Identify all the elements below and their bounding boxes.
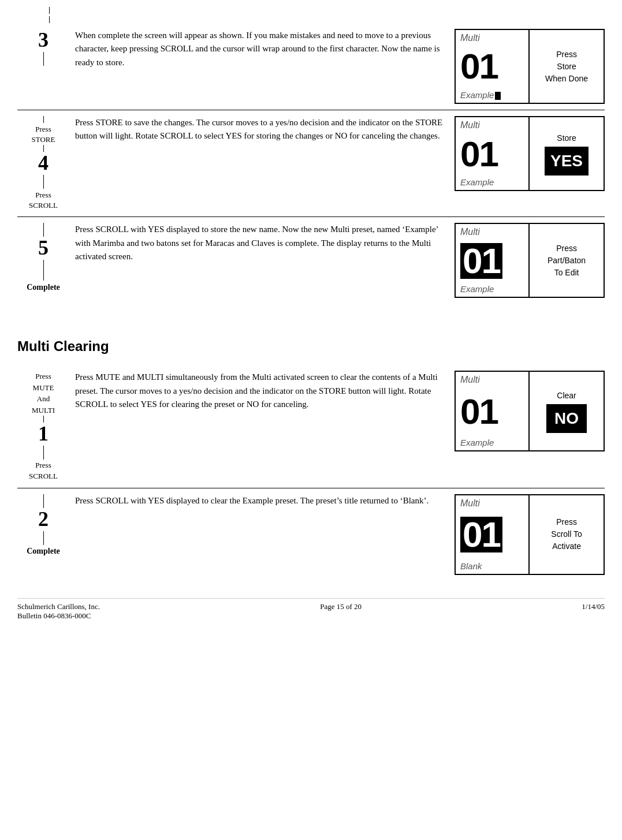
step5-col: 5 Complete [17, 223, 69, 293]
clearing-step1-display-title: Multi [460, 375, 480, 385]
footer-company: Schulmerich Carillons, Inc. [17, 602, 100, 611]
clearing-step1-display-right: Clear NO [530, 372, 604, 450]
step3-vert1 [43, 52, 44, 59]
step5-display-name: Example [460, 284, 494, 294]
step5-display-num: 01 [460, 243, 502, 279]
clearing-step2-complete-label: Complete [27, 545, 60, 557]
clearing-step1-display-left: Multi 01 Example [456, 372, 530, 450]
step3-right-line3: When Done [545, 73, 588, 85]
clearing-step1-display-name: Example [460, 438, 494, 447]
step4-col: PressSTORE 4 PressSCROLL [17, 116, 69, 211]
step4-press-store-label: PressSTORE [32, 124, 55, 145]
step3-display: Multi 01 Example Press Store When Done [455, 29, 605, 104]
footer-page: Page 15 of 20 [320, 602, 362, 611]
clearing-step2-text: Press SCROLL with YES displayed to clear… [69, 494, 455, 507]
clearing-step2-display-title: Multi [460, 498, 480, 509]
step3-display-title: Multi [460, 33, 480, 43]
step3-display-left: Multi 01 Example [456, 30, 530, 103]
step4-vert3 [43, 175, 44, 182]
step3-number: 3 [38, 29, 49, 52]
step4-vert-top [43, 116, 44, 123]
clearing-step2-display: Multi 01 Blank PressScroll ToActivate [455, 494, 605, 575]
clearing-step1-vert3 [43, 453, 44, 460]
footer-date: 1/14/05 [582, 602, 605, 611]
clearing-step1-row: PressMUTEAndMULTI 1 PressSCROLL Press MU… [17, 365, 605, 488]
step3-vert2 [43, 59, 44, 66]
clearing-step1-right-line1: Clear [557, 390, 576, 402]
step5-vert2 [43, 267, 44, 274]
step3-right-line2: Store [557, 61, 576, 73]
footer-left: Schulmerich Carillons, Inc. Bulletin 046… [17, 602, 100, 621]
clearing-step2-display-name: Blank [460, 561, 482, 571]
clearing-step1-label-below: PressSCROLL [29, 460, 58, 482]
step4-display-left: Multi 01 Example [456, 117, 530, 190]
clearing-step1-col: PressMUTEAndMULTI 1 PressSCROLL [17, 371, 69, 482]
clearing-step1-display-num: 01 [460, 394, 498, 430]
step4-display-title: Multi [460, 120, 480, 130]
footer-bulletin: Bulletin 046-0836-000C [17, 611, 100, 621]
step4-display-name: Example [460, 177, 494, 187]
step4-number: 4 [38, 152, 49, 175]
vert-line-1 [49, 7, 50, 14]
step4-display-num: 01 [460, 136, 498, 172]
clearing-step1-display: Multi 01 Example Clear NO [455, 371, 605, 451]
clearing-step2-vert1 [43, 531, 44, 538]
clearing-step1-label-above: PressMUTEAndMULTI [32, 371, 55, 416]
clearing-step2-vert2 [43, 538, 44, 545]
step4-row: PressSTORE 4 PressSCROLL Press STORE to … [17, 110, 605, 217]
clearing-step1-text: Press MUTE and MULTI simultaneously from… [69, 371, 455, 411]
step5-row: 5 Complete Press SCROLL with YES display… [17, 217, 605, 304]
step4-right-line1: Store [557, 132, 576, 144]
clearing-step2-row: 2 Complete Press SCROLL with YES display… [17, 488, 605, 581]
footer-center: Page 15 of 20 [320, 602, 362, 621]
step3-display-num: 01 [460, 48, 498, 84]
step4-yes-box: YES [545, 147, 589, 176]
clearing-step2-col: 2 Complete [17, 494, 69, 557]
step3-row: 3 When complete the screen will appear a… [17, 23, 605, 110]
step4-vert4 [43, 182, 44, 189]
step5-vert3 [43, 274, 44, 281]
step3-display-name: Example [460, 90, 501, 100]
step4-press-scroll-label: PressSCROLL [29, 190, 58, 211]
vert-line-2 [49, 16, 50, 23]
step5-complete-label: Complete [27, 282, 60, 293]
step4-text: Press STORE to save the changes. The cur… [69, 116, 455, 143]
step4-display: Multi 01 Example Store YES [455, 116, 605, 191]
step3-text: When complete the screen will appear as … [69, 29, 455, 69]
step3-right-line1: Press [556, 48, 577, 61]
clearing-step1-vert2 [43, 446, 44, 453]
top-vert-stubs [49, 6, 605, 23]
step5-right-text: PressPart/BatonTo Edit [547, 242, 586, 279]
step5-display-right: Press PressPart/BatonTo Edit [530, 224, 604, 297]
step5-vert1 [43, 260, 44, 267]
step5-display: Multi 01 Example Press PressPart/BatonTo… [455, 223, 605, 298]
step3-col: 3 [17, 29, 69, 66]
step5-vert-top1 [43, 223, 44, 230]
step3-display-right: Press Store When Done [530, 30, 604, 103]
clearing-step2-display-num: 01 [460, 517, 502, 552]
clearing-step2-right-text: PressScroll ToActivate [551, 516, 582, 552]
section-clearing-heading: Multi Clearing [17, 338, 605, 354]
step5-display-left: Multi 01 Example [456, 224, 530, 297]
spacer1 [17, 304, 605, 321]
step4-display-right: Store YES [530, 117, 604, 190]
clearing-step2-vert-top1 [43, 494, 44, 501]
step3-cursor [495, 92, 501, 100]
footer-right: 1/14/05 [582, 602, 605, 621]
clearing-step2-display-right: PressScroll ToActivate [530, 495, 604, 574]
footer: Schulmerich Carillons, Inc. Bulletin 046… [17, 598, 605, 621]
step5-text: Press SCROLL with YES displayed to store… [69, 223, 455, 263]
clearing-step1-no-box: NO [546, 404, 587, 433]
clearing-step1-number: 1 [38, 423, 49, 446]
clearing-step2-display-left: Multi 01 Blank [456, 495, 530, 574]
step5-display-title: Multi [460, 227, 480, 237]
clearing-step2-number: 2 [38, 508, 49, 531]
step5-number: 5 [38, 237, 49, 260]
